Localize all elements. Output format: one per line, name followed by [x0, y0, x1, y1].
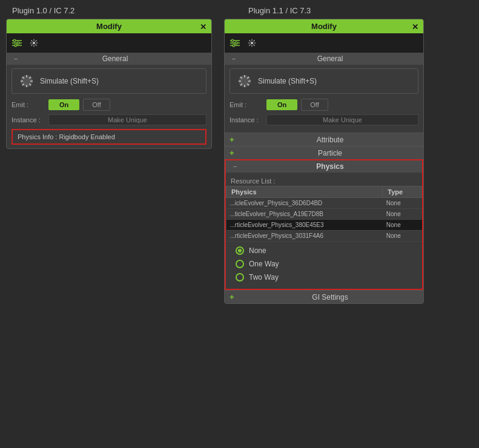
right-physics-section-header[interactable]: − Physics	[226, 160, 422, 173]
left-toolbar-particle-icon[interactable]	[27, 38, 41, 48]
right-general-toggle-icon: −	[230, 55, 238, 62]
right-physics-section: − Physics Resource List : Physics Type .…	[225, 159, 423, 290]
svg-point-27	[231, 39, 234, 42]
resource-table-row[interactable]: ...icleEvolver_Physics_36D6D4BDNone	[226, 198, 422, 209]
radio-circle-icon	[236, 273, 244, 282]
right-physics-content: Resource List : Physics Type ...icleEvol…	[226, 173, 422, 289]
resource-table-cell-physics: ...rticleEvolver_Physics_380E45E3	[226, 220, 383, 231]
radio-item[interactable]: Two Way	[236, 273, 412, 282]
resource-table-cell-type: None	[383, 220, 422, 231]
right-gi-settings-section-header[interactable]: + GI Settings	[225, 290, 423, 303]
svg-line-12	[35, 44, 36, 45]
radio-item[interactable]: One Way	[236, 260, 412, 268]
left-simulate-button[interactable]: Simulate (Shift+S)	[12, 68, 206, 94]
left-general-section-header[interactable]: − General	[7, 53, 211, 65]
svg-point-6	[33, 42, 35, 44]
svg-point-3	[13, 39, 16, 42]
right-toolbar-settings-icon[interactable]	[228, 38, 242, 48]
right-table-header-physics: Physics	[226, 186, 383, 198]
left-panel: Modify ✕	[6, 19, 212, 149]
left-panel-close-icon[interactable]: ✕	[200, 22, 206, 31]
svg-point-5	[15, 44, 17, 47]
radio-label: One Way	[249, 260, 279, 268]
svg-point-4	[17, 42, 19, 44]
right-simulate-button[interactable]: Simulate (Shift+S)	[230, 68, 418, 94]
right-gi-settings-label: GI Settings	[242, 293, 418, 301]
left-panel-title-bar: Modify ✕	[7, 19, 211, 33]
right-emit-label: Emit :	[230, 101, 263, 108]
radio-item[interactable]: None	[236, 246, 412, 255]
right-general-section-header[interactable]: − General	[225, 53, 423, 65]
resource-table-cell-type: None	[383, 209, 422, 220]
resource-table-row[interactable]: ...ticleEvolver_Physics_A19E7D8BNone	[226, 209, 422, 220]
right-particle-section-header[interactable]: + Particle	[225, 146, 423, 159]
right-toolbar-particle-icon[interactable]	[245, 38, 259, 48]
right-panel-toolbar	[225, 33, 423, 53]
left-emit-on-button[interactable]: On	[48, 99, 79, 110]
right-instance-value: Make Unique	[266, 114, 418, 125]
left-physics-info-value: Rigidbody Enabled	[59, 133, 114, 140]
left-general-toggle-icon: −	[12, 55, 20, 62]
left-physics-info-label: Physics Info :	[18, 133, 57, 140]
right-version-label: Plugin 1.1 / IC 7.3	[248, 6, 467, 15]
radio-label: Two Way	[249, 273, 279, 282]
right-panel-title: Modify	[311, 22, 337, 31]
svg-point-29	[233, 44, 235, 47]
svg-line-36	[253, 44, 254, 45]
right-emit-off-button[interactable]: Off	[301, 99, 328, 111]
left-physics-info-text: Physics Info : Rigidbody Enabled	[18, 133, 115, 140]
svg-point-30	[251, 42, 253, 44]
right-particle-plus-icon: +	[230, 148, 238, 157]
right-general-label: General	[242, 54, 418, 63]
left-emit-row: Emit : On Off	[12, 99, 206, 111]
resource-table-cell-type: None	[383, 231, 422, 242]
svg-line-38	[249, 44, 250, 45]
right-panel-close-icon[interactable]: ✕	[412, 22, 418, 31]
left-general-label: General	[24, 54, 206, 63]
resource-table-cell-physics: ...rticleEvolver_Physics_3031F4A6	[226, 231, 383, 242]
right-radio-group: NoneOne WayTwo Way	[226, 242, 422, 286]
right-physics-label: Physics	[243, 162, 417, 171]
svg-line-37	[253, 40, 254, 41]
svg-line-35	[249, 40, 250, 41]
left-toolbar-settings-icon[interactable]	[10, 38, 24, 48]
left-emit-label: Emit :	[12, 101, 45, 108]
radio-label: None	[249, 246, 266, 255]
right-table-header-type: Type	[383, 186, 422, 198]
left-physics-info-box: Physics Info : Rigidbody Enabled	[12, 129, 206, 145]
left-panel-toolbar	[7, 33, 211, 53]
radio-circle-icon	[236, 260, 244, 268]
resource-table-row[interactable]: ...rticleEvolver_Physics_3031F4A6None	[226, 231, 422, 242]
right-resource-list-label: Resource List :	[226, 175, 422, 186]
right-simulate-label: Simulate (Shift+S)	[258, 77, 317, 85]
svg-line-13	[35, 40, 36, 41]
left-instance-row: Instance : Make Unique	[12, 114, 206, 125]
resource-table-cell-physics: ...icleEvolver_Physics_36D6D4BD	[226, 198, 383, 209]
right-emit-row: Emit : On Off	[230, 99, 418, 111]
svg-point-28	[235, 42, 237, 44]
right-attribute-section-header[interactable]: + Attribute	[225, 133, 423, 146]
right-instance-row: Instance : Make Unique	[230, 114, 418, 125]
left-panel-title: Modify	[96, 22, 122, 31]
left-emit-off-button[interactable]: Off	[83, 99, 110, 111]
right-gi-settings-plus-icon: +	[230, 292, 238, 301]
right-panel: Modify ✕	[224, 19, 424, 304]
right-instance-label: Instance :	[230, 116, 263, 124]
radio-circle-icon	[236, 246, 244, 255]
right-panel-title-bar: Modify ✕	[225, 19, 423, 33]
right-general-content: Simulate (Shift+S) Emit : On Off Instanc…	[225, 65, 423, 133]
right-attribute-label: Attribute	[242, 136, 418, 144]
svg-line-11	[31, 40, 32, 41]
left-simulate-label: Simulate (Shift+S)	[40, 77, 99, 85]
left-general-content: Simulate (Shift+S) Emit : On Off Instanc…	[7, 65, 211, 148]
right-physics-toggle-icon: −	[231, 163, 239, 170]
left-instance-label: Instance :	[12, 116, 45, 124]
resource-table-row[interactable]: ...rticleEvolver_Physics_380E45E3None	[226, 220, 422, 231]
right-particle-label: Particle	[242, 149, 418, 157]
right-emit-on-button[interactable]: On	[266, 99, 297, 110]
left-instance-value: Make Unique	[48, 114, 206, 125]
resource-table-cell-physics: ...ticleEvolver_Physics_A19E7D8B	[226, 209, 383, 220]
resource-table-cell-type: None	[383, 198, 422, 209]
svg-line-14	[31, 44, 32, 45]
right-resource-table: Physics Type ...icleEvolver_Physics_36D6…	[226, 186, 422, 242]
